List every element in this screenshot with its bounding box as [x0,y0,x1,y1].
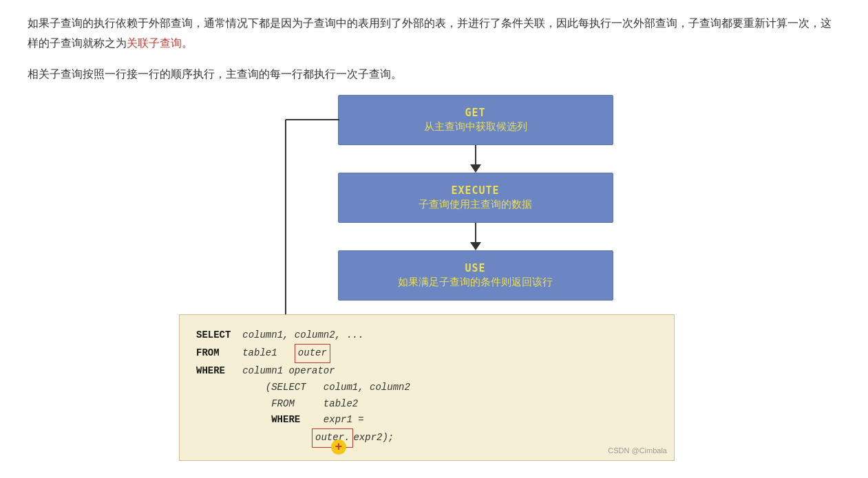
code-line-6: WHERE expr1 = [196,412,657,428]
page-wrapper: 如果子查询的执行依赖于外部查询，通常情况下都是因为子查询中的表用到了外部的表，并… [28,14,840,461]
code-block: SELECT column1, column2, ... FROM table1… [179,314,675,461]
arrow-1 [338,145,613,173]
box1-title: GET [352,107,599,119]
code-subwhere-indent [196,412,271,428]
correlated-subquery-link[interactable]: 关联子查询 [127,37,182,49]
para2-text: 相关子查询按照一行接一行的顺序执行，主查询的每一行都执行一次子查询。 [28,68,402,80]
arrow-line-1 [475,145,476,164]
box3-title: USE [352,262,599,274]
code-where-val: column1 operator [225,363,335,380]
arrow-head-2 [470,242,481,250]
kw-select: SELECT [196,327,231,344]
box2-desc: 子查询使用主查询的数据 [352,198,599,211]
kw-from: FROM [196,345,220,362]
arrow-line-2 [475,223,476,242]
plus-button[interactable]: + [331,439,346,455]
arrow-head-1 [470,164,481,173]
paragraph-1: 如果子查询的执行依赖于外部查询，通常情况下都是因为子查询中的表用到了外部的表，并… [28,14,840,54]
arrow-2 [338,223,613,250]
paragraph-2: 相关子查询按照一行接一行的顺序执行，主查询的每一行都执行一次子查询。 [28,65,840,85]
outer-highlight-1: outer [295,344,330,363]
box2-title: EXECUTE [352,184,599,197]
code-subwhere-val: expr1 = [300,412,363,428]
code-line-4: (SELECT colum1, column2 [196,380,657,396]
flowchart-box-get: GET 从主查询中获取候选列 [338,95,613,145]
kw-subwhere: WHERE [271,412,300,428]
code-line-5: FROM table2 [196,396,657,413]
watermark: CSDN @Cimbala [608,444,667,457]
box3-desc: 如果满足子查询的条件则返回该行 [352,276,599,289]
box1-desc: 从主查询中获取候选列 [352,120,599,133]
flowchart: GET 从主查询中获取候选列 EXECUTE 子查询使用主查询的数据 [297,95,613,301]
code-line-7: outer.expr2); [196,428,657,448]
flowchart-box-use: USE 如果满足子查询的条件则返回该行 [338,250,613,301]
code-line7-indent [196,430,312,446]
code-subselect: (SELECT colum1, column2 [196,380,410,396]
flowchart-container: GET 从主查询中获取候选列 EXECUTE 子查询使用主查询的数据 [28,95,840,301]
code-line-1: SELECT column1, column2, ... [196,327,657,344]
code-from-table: table1 [220,345,295,362]
code-subfrom: FROM table2 [196,396,358,413]
code-line-2: FROM table1 outer [196,344,657,363]
kw-where: WHERE [196,363,225,380]
flowchart-box-execute: EXECUTE 子查询使用主查询的数据 [338,173,613,223]
code-line-3: WHERE column1 operator [196,363,657,380]
code-select-vals: column1, column2, ... [231,327,363,344]
para1-text2: 。 [182,37,193,49]
code-expr2: expr2); [353,430,394,446]
